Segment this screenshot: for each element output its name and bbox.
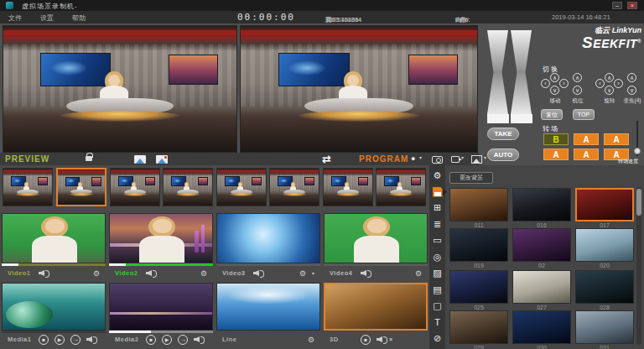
save-floppy-icon[interactable]: [433, 187, 443, 197]
camera-up-button[interactable]: ∧: [573, 73, 582, 82]
move-left-button[interactable]: ‹: [541, 79, 550, 88]
window-icon[interactable]: ▢: [432, 300, 443, 311]
scene-thumb-02[interactable]: 02: [512, 228, 571, 268]
camera-angle-thumb-3[interactable]: [110, 168, 160, 206]
gear-icon[interactable]: ⚙: [415, 269, 422, 278]
transition-b-button[interactable]: B: [543, 133, 569, 145]
scene-thumb-017-selected[interactable]: 017: [575, 188, 634, 228]
record-icon[interactable]: ●: [411, 154, 415, 163]
loop-button[interactable]: →: [70, 335, 80, 345]
camera-angle-thumb-8[interactable]: [376, 168, 426, 206]
play-button[interactable]: ▶: [162, 335, 172, 345]
scene-thumb-029[interactable]: 029: [449, 310, 508, 349]
transition-a-button[interactable]: A: [574, 133, 599, 145]
record-dropdown-icon[interactable]: ▾: [419, 154, 422, 160]
menu-settings[interactable]: 设置: [40, 13, 54, 23]
rotate-right-button[interactable]: ›: [614, 79, 623, 88]
scene-thumb-019[interactable]: 019: [449, 228, 508, 268]
volume-icon[interactable]: [39, 269, 49, 277]
play-button[interactable]: ▶: [55, 335, 65, 345]
loop-button[interactable]: →: [178, 335, 188, 345]
rotate-left-button[interactable]: ‹: [595, 79, 605, 88]
layers-icon[interactable]: ▤: [432, 284, 443, 295]
scrollbar-thumb[interactable]: [636, 189, 641, 216]
video3-thumbnail[interactable]: [216, 213, 320, 263]
volume-icon[interactable]: [361, 269, 371, 277]
swap-preview-program-icon[interactable]: ⇄: [322, 153, 331, 165]
move-down-button[interactable]: ∨: [550, 86, 559, 95]
snapshot-add-icon[interactable]: [156, 155, 168, 164]
scene-thumb-027[interactable]: 027: [512, 270, 571, 310]
video-capture-icon[interactable]: [451, 156, 460, 163]
move-right-button[interactable]: ›: [559, 79, 569, 88]
scene-thumb-025[interactable]: 025: [449, 270, 508, 310]
picture-output-icon[interactable]: [471, 155, 482, 164]
rotate-up-button[interactable]: ∧: [605, 73, 614, 82]
volume-muted-icon[interactable]: [377, 336, 387, 343]
stop-button[interactable]: ■: [361, 335, 371, 345]
playlist-icon[interactable]: ≣: [432, 219, 443, 230]
gear-icon[interactable]: ⚙: [299, 269, 306, 278]
gear-dropdown-icon[interactable]: ▾: [312, 270, 314, 276]
virtual-camera-icon[interactable]: ◎: [432, 252, 443, 263]
zoom-in-button[interactable]: ∧: [627, 73, 636, 82]
t-bar-fader[interactable]: [487, 30, 534, 124]
minimize-button[interactable]: –: [612, 2, 622, 9]
menu-help[interactable]: 帮助: [72, 13, 86, 23]
transition-a-button[interactable]: A: [574, 148, 599, 160]
scene-thumb-011[interactable]: 011: [449, 188, 508, 228]
take-button[interactable]: TAKE: [487, 128, 519, 140]
change-background-button[interactable]: 更改背景: [449, 172, 493, 184]
draw-tool-icon[interactable]: ⊘: [432, 333, 443, 344]
gear-icon[interactable]: ⚙: [93, 269, 100, 278]
volume-icon[interactable]: [146, 269, 157, 277]
media1-thumbnail[interactable]: [2, 283, 106, 331]
reset-button[interactable]: 复位: [541, 109, 563, 120]
camera-down-button[interactable]: ∨: [573, 86, 582, 95]
scene-library-icon[interactable]: ⊞: [432, 202, 443, 213]
scene-thumb-020[interactable]: 020: [575, 228, 634, 268]
gear-icon[interactable]: ⚙: [200, 269, 207, 278]
transition-a-button[interactable]: A: [543, 148, 569, 160]
picture-dropdown-icon[interactable]: ▾: [484, 154, 486, 160]
lock-icon[interactable]: [86, 156, 92, 161]
camera-angle-thumb-4[interactable]: [163, 168, 213, 206]
display-icon[interactable]: ▭: [432, 235, 443, 246]
stop-button[interactable]: ■: [39, 335, 49, 345]
video-dropdown-icon[interactable]: ▾: [461, 154, 464, 160]
auto-button[interactable]: AUTO: [487, 148, 519, 161]
camera-angle-thumb-5[interactable]: [216, 168, 267, 206]
scene-scrollbar[interactable]: [636, 187, 641, 345]
snapshot-icon[interactable]: [134, 155, 146, 164]
volume-icon[interactable]: [194, 336, 205, 343]
camera-angle-thumb-7[interactable]: [323, 168, 373, 206]
close-button[interactable]: ×: [627, 2, 637, 9]
volume-icon[interactable]: [86, 336, 97, 343]
gear-icon[interactable]: ⚙: [308, 336, 314, 344]
preview-monitor[interactable]: [3, 25, 237, 153]
stop-button[interactable]: ■: [146, 335, 156, 345]
camera-angle-thumb-1[interactable]: [3, 168, 53, 206]
transition-a-button[interactable]: A: [604, 133, 629, 145]
media2-thumbnail[interactable]: [109, 283, 213, 331]
video2-thumbnail[interactable]: [109, 213, 213, 263]
menu-file[interactable]: 文件: [8, 13, 22, 23]
top-view-button[interactable]: TOP: [573, 109, 595, 120]
transition-speed-knob[interactable]: [634, 148, 641, 154]
zoom-out-button[interactable]: ∨: [627, 86, 636, 95]
scene-thumb-028[interactable]: 028: [575, 270, 634, 310]
screenshot-camera-icon[interactable]: [432, 156, 443, 164]
media-library-icon[interactable]: ▨: [432, 268, 443, 279]
camera-angle-thumb-2-selected[interactable]: [56, 168, 106, 206]
rotate-down-button[interactable]: ∨: [605, 86, 614, 95]
settings-gear-icon[interactable]: ⚙: [432, 170, 443, 181]
video4-thumbnail[interactable]: [324, 213, 428, 263]
text-overlay-icon[interactable]: T: [432, 317, 443, 328]
scene-thumb-016[interactable]: 016: [512, 188, 571, 228]
scene-thumb-030[interactable]: 030: [512, 310, 571, 349]
move-up-button[interactable]: ∧: [550, 73, 559, 82]
line-thumbnail[interactable]: [216, 283, 320, 331]
3d-thumbnail[interactable]: [324, 283, 428, 331]
camera-angle-thumb-6[interactable]: [269, 168, 319, 206]
program-monitor[interactable]: [240, 25, 478, 153]
